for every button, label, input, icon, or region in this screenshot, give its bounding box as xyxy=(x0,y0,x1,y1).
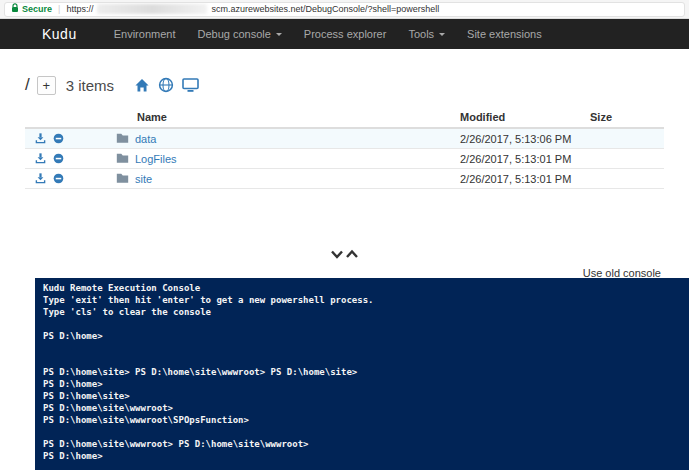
nav-environment-label: Environment xyxy=(114,28,176,40)
console-line: PS D:\home\site\wwwroot\SPOpsFunction> xyxy=(43,414,681,426)
file-table-header-row: Name Modified Size xyxy=(25,107,664,128)
console-line xyxy=(43,354,681,366)
url-field[interactable]: Secure | https:// scm.azurewebsites.net/… xyxy=(4,2,685,17)
file-table: Name Modified Size data 2/26/2017, 5:13:… xyxy=(25,107,664,189)
name-header: Name xyxy=(110,107,454,128)
url-chip-divider: | xyxy=(58,4,60,14)
new-item-button[interactable]: + xyxy=(37,76,56,95)
console-line xyxy=(43,318,681,330)
globe-icon[interactable] xyxy=(154,75,178,95)
nav-site-extensions-label: Site extensions xyxy=(467,28,542,40)
breadcrumb: / + 3 items xyxy=(25,71,664,99)
chevron-down-icon xyxy=(276,33,282,36)
use-old-console-link[interactable]: Use old console xyxy=(583,267,661,279)
modified-header: Modified xyxy=(454,107,584,128)
folder-link[interactable]: data xyxy=(135,133,156,145)
download-icon[interactable] xyxy=(35,153,46,164)
size-cell xyxy=(584,169,664,189)
nav-tools-label: Tools xyxy=(408,28,434,40)
lock-icon xyxy=(11,3,19,15)
nav-debug-console[interactable]: Debug console xyxy=(186,19,292,49)
size-cell xyxy=(584,128,664,149)
console-line: Type 'cls' to clear the console xyxy=(43,306,681,318)
chevron-down-icon[interactable] xyxy=(330,248,344,260)
table-row: LogFiles 2/26/2017, 5:13:01 PM xyxy=(25,149,664,169)
current-path[interactable]: / xyxy=(25,75,30,95)
redacted-url-segment xyxy=(97,4,207,14)
file-browser: / + 3 items Name Modified Size xyxy=(0,71,689,189)
kudu-navbar: Kudu Environment Debug console Process e… xyxy=(0,19,689,49)
size-cell xyxy=(584,149,664,169)
delete-icon[interactable] xyxy=(53,173,64,184)
pane-divider xyxy=(0,247,689,261)
folder-icon xyxy=(116,172,129,185)
old-console-row: Use old console xyxy=(0,263,689,278)
download-icon[interactable] xyxy=(35,133,46,144)
console-line: Type 'exit' then hit 'enter' to get a ne… xyxy=(43,294,681,306)
modified-cell: 2/26/2017, 5:13:01 PM xyxy=(454,149,584,169)
delete-icon[interactable] xyxy=(53,153,64,164)
nav-debug-console-label: Debug console xyxy=(197,28,270,40)
console-line xyxy=(43,426,681,438)
table-row: site 2/26/2017, 5:13:01 PM xyxy=(25,169,664,189)
nav-environment[interactable]: Environment xyxy=(103,19,187,49)
table-row: data 2/26/2017, 5:13:06 PM xyxy=(25,128,664,149)
url-prefix: https:// xyxy=(66,4,93,14)
url-suffix: scm.azurewebsites.net/DebugConsole/?shel… xyxy=(211,4,439,14)
chevron-up-icon[interactable] xyxy=(345,248,359,260)
kudu-brand[interactable]: Kudu xyxy=(42,26,77,42)
folder-icon xyxy=(116,152,129,165)
home-icon[interactable] xyxy=(130,75,154,95)
nav-site-extensions[interactable]: Site extensions xyxy=(456,19,553,49)
console-line: Kudu Remote Execution Console xyxy=(43,282,681,294)
console-line: PS D:\home> xyxy=(43,378,681,390)
console-line: PS D:\home\site> PS D:\home\site\wwwroot… xyxy=(43,366,681,378)
nav-process-explorer-label: Process explorer xyxy=(304,28,387,40)
folder-link[interactable]: LogFiles xyxy=(135,153,177,165)
size-header: Size xyxy=(584,107,664,128)
browser-address-bar: Secure | https:// scm.azurewebsites.net/… xyxy=(0,0,689,19)
folder-icon xyxy=(116,132,129,145)
console-line: PS D:\home\site\wwwroot> xyxy=(43,402,681,414)
download-icon[interactable] xyxy=(35,173,46,184)
terminal-icon[interactable] xyxy=(178,75,202,95)
console-line xyxy=(43,342,681,354)
console-output[interactable]: Kudu Remote Execution ConsoleType 'exit'… xyxy=(35,278,689,470)
delete-icon[interactable] xyxy=(53,133,64,144)
console-line: PS D:\home\site\wwwroot> PS D:\home\site… xyxy=(43,438,681,450)
chevron-down-icon xyxy=(439,33,445,36)
items-count: 3 items xyxy=(66,77,114,94)
modified-cell: 2/26/2017, 5:13:06 PM xyxy=(454,128,584,149)
nav-tools[interactable]: Tools xyxy=(397,19,456,49)
secure-chip[interactable]: Secure xyxy=(11,3,52,15)
console-line: PS D:\home\site> xyxy=(43,390,681,402)
secure-label: Secure xyxy=(22,4,52,14)
console-line: PS D:\home> xyxy=(43,330,681,342)
folder-link[interactable]: site xyxy=(135,173,152,185)
nav-process-explorer[interactable]: Process explorer xyxy=(293,19,398,49)
console-line: PS D:\home> xyxy=(43,450,681,462)
modified-cell: 2/26/2017, 5:13:01 PM xyxy=(454,169,584,189)
actions-header xyxy=(25,107,110,128)
